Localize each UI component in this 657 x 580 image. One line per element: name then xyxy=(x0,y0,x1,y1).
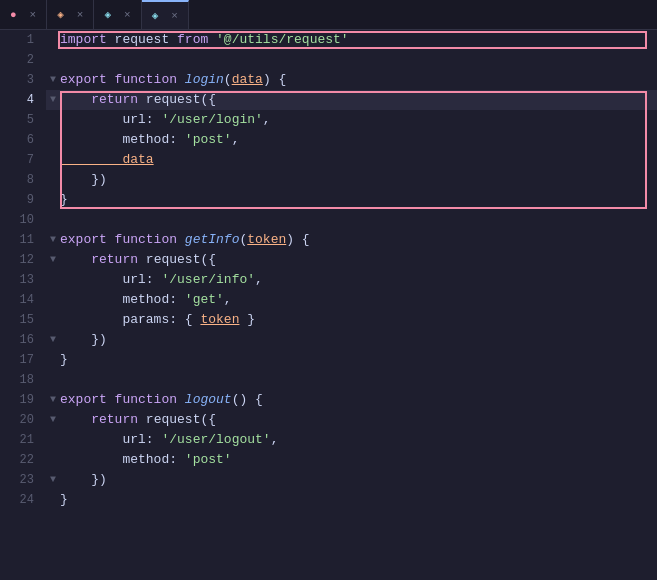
syslogin-java-icon: ◈ xyxy=(152,9,159,22)
code-line-2 xyxy=(46,50,657,70)
token: }) xyxy=(60,472,107,487)
token: } xyxy=(60,352,68,367)
token: 'get' xyxy=(185,292,224,307)
code-line-9: } xyxy=(46,190,657,210)
token: method: xyxy=(60,292,185,307)
token: '/user/login' xyxy=(161,112,262,127)
code-text-13: url: '/user/info', xyxy=(60,270,657,290)
token: , xyxy=(255,272,263,287)
tab-syslogin[interactable]: ◈ × xyxy=(142,0,189,30)
line-number-1: 1 xyxy=(0,30,34,50)
code-line-20: ▼ return request({ xyxy=(46,410,657,430)
tab-sysuser-close[interactable]: × xyxy=(124,9,131,21)
line-number-11: 11 xyxy=(0,230,34,250)
code-text-14: method: 'get', xyxy=(60,290,657,310)
code-text-9: } xyxy=(60,190,657,210)
fold-indicator-20[interactable]: ▼ xyxy=(46,410,60,430)
token: data xyxy=(232,72,263,87)
code-area[interactable]: import request from '@/utils/request'▼ex… xyxy=(42,30,657,510)
token: , xyxy=(271,432,279,447)
code-line-17: } xyxy=(46,350,657,370)
code-text-3: export function login(data) { xyxy=(60,70,657,90)
line-number-18: 18 xyxy=(0,370,34,390)
token: function xyxy=(115,232,185,247)
line-number-3: 3 xyxy=(0,70,34,90)
token: method: xyxy=(60,452,185,467)
code-line-19: ▼export function logout() { xyxy=(46,390,657,410)
token: request xyxy=(115,32,177,47)
shiro-java-icon: ◈ xyxy=(57,8,64,21)
line-number-6: 6 xyxy=(0,130,34,150)
token: url: xyxy=(60,432,161,447)
fold-indicator-3[interactable]: ▼ xyxy=(46,70,60,90)
fold-indicator-11[interactable]: ▼ xyxy=(46,230,60,250)
line-number-21: 21 xyxy=(0,430,34,450)
code-text-8: }) xyxy=(60,170,657,190)
fold-indicator-4[interactable]: ▼ xyxy=(46,90,60,110)
tab-shiro[interactable]: ◈ × xyxy=(47,0,94,30)
line-number-7: 7 xyxy=(0,150,34,170)
token: token xyxy=(200,312,239,327)
editor-wrapper: import request from '@/utils/request'▼ex… xyxy=(42,30,657,580)
line-number-13: 13 xyxy=(0,270,34,290)
code-line-3: ▼export function login(data) { xyxy=(46,70,657,90)
code-line-21: url: '/user/logout', xyxy=(46,430,657,450)
token: ) { xyxy=(286,232,309,247)
line-number-22: 22 xyxy=(0,450,34,470)
sysuser-java-icon: ◈ xyxy=(104,8,111,21)
line-number-14: 14 xyxy=(0,290,34,310)
code-text-16: }) xyxy=(60,330,657,350)
token: } xyxy=(60,492,68,507)
code-line-7: data xyxy=(46,150,657,170)
code-line-23: ▼ }) xyxy=(46,470,657,490)
token: ) { xyxy=(263,72,286,87)
line-numbers: 123456789101112131415161718192021222324 xyxy=(0,30,42,580)
token: import xyxy=(60,32,115,47)
code-line-4: ▼ return request({ xyxy=(46,90,657,110)
fold-indicator-12[interactable]: ▼ xyxy=(46,250,60,270)
fold-indicator-19[interactable]: ▼ xyxy=(46,390,60,410)
tab-sysuser[interactable]: ◈ × xyxy=(94,0,141,30)
token: }) xyxy=(60,172,107,187)
tab-syslogin-close[interactable]: × xyxy=(171,10,178,22)
tab-bar: ● × ◈ × ◈ × ◈ × xyxy=(0,0,657,30)
token: data xyxy=(60,152,154,167)
line-number-19: 19 xyxy=(0,390,34,410)
code-line-14: method: 'get', xyxy=(46,290,657,310)
token: export xyxy=(60,72,115,87)
token: , xyxy=(224,292,232,307)
line-number-9: 9 xyxy=(0,190,34,210)
code-line-24: } xyxy=(46,490,657,510)
code-line-16: ▼ }) xyxy=(46,330,657,350)
line-number-12: 12 xyxy=(0,250,34,270)
token: '@/utils/request' xyxy=(216,32,349,47)
code-text-24: } xyxy=(60,490,657,510)
code-text-6: method: 'post', xyxy=(60,130,657,150)
code-line-5: url: '/user/login', xyxy=(46,110,657,130)
token: request({ xyxy=(146,92,216,107)
editor: 123456789101112131415161718192021222324 … xyxy=(0,30,657,580)
fold-indicator-23[interactable]: ▼ xyxy=(46,470,60,490)
token: method: xyxy=(60,132,185,147)
token: return xyxy=(60,412,146,427)
line-number-15: 15 xyxy=(0,310,34,330)
token: logout xyxy=(185,392,232,407)
tab-yaml-close[interactable]: × xyxy=(30,9,37,21)
tab-shiro-close[interactable]: × xyxy=(77,9,84,21)
token: return xyxy=(60,252,146,267)
line-number-5: 5 xyxy=(0,110,34,130)
code-line-10 xyxy=(46,210,657,230)
token: function xyxy=(115,72,185,87)
token: } xyxy=(239,312,255,327)
code-text-21: url: '/user/logout', xyxy=(60,430,657,450)
token: '/user/logout' xyxy=(161,432,270,447)
code-line-8: }) xyxy=(46,170,657,190)
fold-indicator-16[interactable]: ▼ xyxy=(46,330,60,350)
tab-yaml[interactable]: ● × xyxy=(0,0,47,30)
code-text-11: export function getInfo(token) { xyxy=(60,230,657,250)
line-number-16: 16 xyxy=(0,330,34,350)
token: ( xyxy=(224,72,232,87)
token: '/user/info' xyxy=(161,272,255,287)
code-line-6: method: 'post', xyxy=(46,130,657,150)
token: 'post' xyxy=(185,132,232,147)
